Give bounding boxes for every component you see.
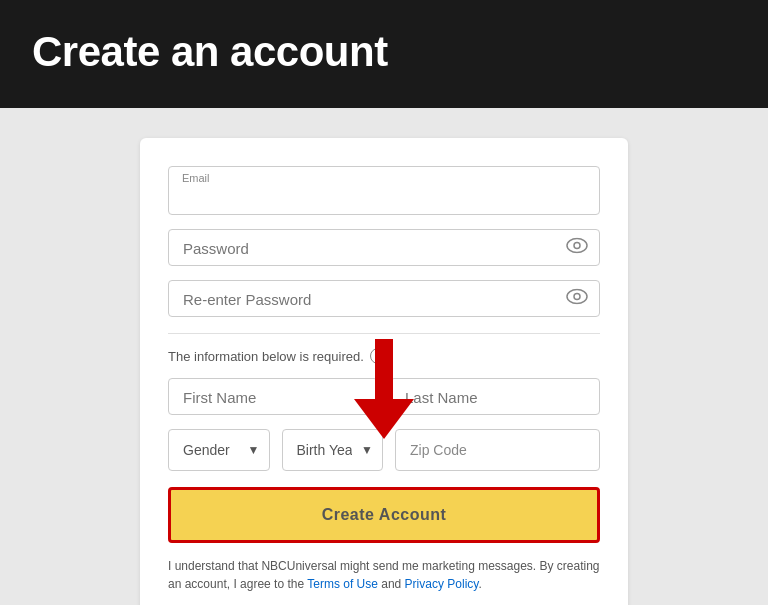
svg-point-2 bbox=[567, 289, 587, 303]
terms-and: and bbox=[378, 577, 405, 591]
bottom-row: Gender Male Female Non-binary Prefer not… bbox=[168, 429, 600, 471]
create-account-button[interactable]: Create Account bbox=[168, 487, 600, 543]
required-text: The information below is required. bbox=[168, 349, 364, 364]
terms-period: . bbox=[478, 577, 481, 591]
terms-text: I understand that NBCUniversal might sen… bbox=[168, 557, 600, 593]
svg-point-0 bbox=[567, 238, 587, 252]
first-name-group bbox=[168, 378, 378, 415]
gender-select[interactable]: Gender Male Female Non-binary Prefer not… bbox=[168, 429, 270, 471]
privacy-policy-link[interactable]: Privacy Policy bbox=[405, 577, 479, 591]
first-name-input[interactable] bbox=[168, 378, 378, 415]
birth-year-select-wrapper: Birth Year 2005 2004 2000 1990 1980 ▼ bbox=[282, 429, 384, 471]
gender-select-wrapper: Gender Male Female Non-binary Prefer not… bbox=[168, 429, 270, 471]
signup-card: Email The i bbox=[140, 138, 628, 605]
reenter-eye-icon[interactable] bbox=[566, 288, 588, 309]
password-group bbox=[168, 229, 600, 266]
password-input[interactable] bbox=[168, 229, 600, 266]
page-title: Create an account bbox=[32, 28, 736, 76]
page-header: Create an account bbox=[0, 0, 768, 108]
reenter-password-group bbox=[168, 280, 600, 317]
reenter-password-input[interactable] bbox=[168, 280, 600, 317]
svg-point-1 bbox=[574, 242, 580, 248]
page-body: Email The i bbox=[0, 108, 768, 605]
email-group: Email bbox=[168, 166, 600, 215]
form-divider bbox=[168, 333, 600, 334]
email-input[interactable] bbox=[168, 166, 600, 215]
last-name-group bbox=[390, 378, 600, 415]
required-info: The information below is required. i bbox=[168, 348, 600, 364]
info-icon: i bbox=[370, 348, 386, 364]
birth-year-select[interactable]: Birth Year 2005 2004 2000 1990 1980 bbox=[282, 429, 384, 471]
zip-code-input[interactable] bbox=[395, 429, 600, 471]
name-row bbox=[168, 378, 600, 415]
last-name-input[interactable] bbox=[390, 378, 600, 415]
svg-point-3 bbox=[574, 293, 580, 299]
terms-of-use-link[interactable]: Terms of Use bbox=[307, 577, 378, 591]
password-eye-icon[interactable] bbox=[566, 237, 588, 258]
